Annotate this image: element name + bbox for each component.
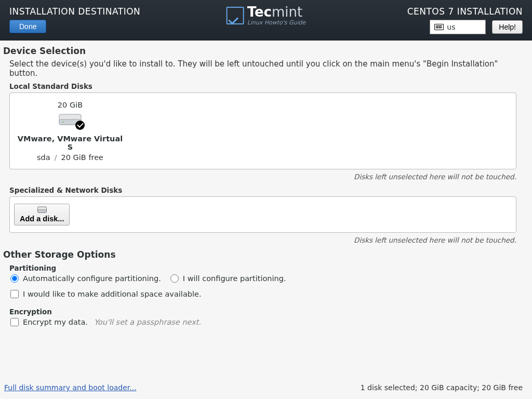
- brand-name: Tecmint: [247, 5, 306, 19]
- partitioning-label: Partitioning: [9, 264, 523, 272]
- checkbox-encrypt[interactable]: Encrypt my data. You'll set a passphrase…: [10, 318, 523, 326]
- network-disks-label: Specialized & Network Disks: [9, 186, 523, 194]
- local-disks-panel: 20 GiB VMware, VMware Virtual S sda/20 G…: [9, 92, 516, 169]
- install-title: CENTOS 7 INSTALLATION: [407, 6, 523, 17]
- selection-summary: 1 disk selected; 20 GiB capacity; 20 GiB…: [361, 383, 523, 392]
- disk-name: VMware, VMware Virtual S: [14, 135, 126, 151]
- svg-rect-4: [37, 210, 46, 212]
- checkbox-additional-space-label: I would like to make additional space av…: [23, 290, 202, 298]
- help-button[interactable]: Help!: [492, 20, 523, 34]
- brand-mark-icon: [227, 7, 244, 24]
- radio-manual-partition-label: I will configure partitioning.: [183, 274, 286, 283]
- radio-auto-partition-label: Automatically configure partitioning.: [23, 274, 161, 283]
- header-right: CENTOS 7 INSTALLATION us Help!: [407, 6, 523, 34]
- svg-point-2: [62, 121, 63, 122]
- keyboard-icon: [434, 24, 444, 30]
- encryption-label: Encryption: [9, 308, 523, 316]
- main-content: Device Selection Select the device(s) yo…: [0, 41, 532, 326]
- disk-summary-link[interactable]: Full disk summary and boot loader...: [4, 383, 137, 392]
- checkbox-encrypt-input[interactable]: [10, 318, 19, 326]
- add-disk-button[interactable]: Add a disk...: [14, 204, 70, 225]
- brand-logo: Tecmint Linux Howto's Guide: [227, 5, 306, 25]
- network-disks-hint: Disks left unselected here will not be t…: [3, 236, 516, 244]
- device-selection-instruction: Select the device(s) you'd like to insta…: [9, 59, 523, 78]
- device-selection-title: Device Selection: [3, 46, 523, 56]
- disk-meta: sda/20 GiB free: [14, 153, 126, 162]
- local-disks-hint: Disks left unselected here will not be t…: [3, 172, 516, 181]
- add-disk-label: Add a disk...: [20, 215, 64, 223]
- other-storage-title: Other Storage Options: [3, 249, 523, 260]
- footer-bar: Full disk summary and boot loader... 1 d…: [4, 383, 523, 392]
- header-left: INSTALLATION DESTINATION Done: [9, 6, 140, 33]
- header-bar: INSTALLATION DESTINATION Done Tecmint Li…: [0, 0, 532, 41]
- encrypt-hint: You'll set a passphrase next.: [94, 318, 201, 326]
- keyboard-layout-text: us: [447, 23, 455, 31]
- keyboard-layout-indicator[interactable]: us: [430, 20, 486, 34]
- radio-auto-partition-input[interactable]: [10, 274, 19, 283]
- checkbox-encrypt-label: Encrypt my data.: [23, 318, 88, 326]
- checkbox-additional-space-input[interactable]: [10, 290, 19, 298]
- network-disks-panel: Add a disk...: [9, 196, 516, 233]
- selected-check-icon: [75, 121, 85, 130]
- checkbox-additional-space[interactable]: I would like to make additional space av…: [10, 290, 523, 298]
- disk-tile-sda[interactable]: 20 GiB VMware, VMware Virtual S sda/20 G…: [14, 101, 126, 162]
- disk-size: 20 GiB: [14, 101, 126, 109]
- local-disks-label: Local Standard Disks: [9, 82, 523, 90]
- radio-manual-partition-input[interactable]: [170, 274, 179, 283]
- brand-tagline: Linux Howto's Guide: [247, 20, 306, 25]
- done-button[interactable]: Done: [9, 20, 46, 33]
- radio-manual-partition[interactable]: I will configure partitioning.: [170, 274, 286, 283]
- radio-auto-partition[interactable]: Automatically configure partitioning.: [10, 274, 161, 283]
- hard-disk-icon: [59, 112, 82, 127]
- page-title: INSTALLATION DESTINATION: [9, 6, 140, 17]
- hard-disk-small-icon: [37, 206, 47, 214]
